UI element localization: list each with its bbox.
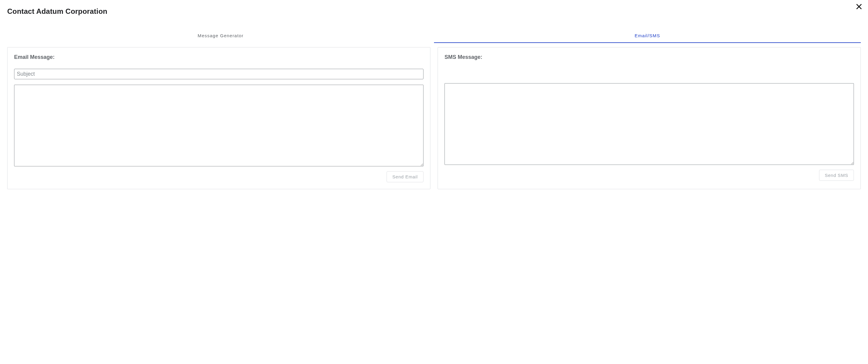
tab-message-generator[interactable]: Message Generator xyxy=(7,30,434,43)
sms-panel-label: SMS Message: xyxy=(444,54,854,60)
close-icon xyxy=(856,3,863,10)
tab-email-sms[interactable]: Email/SMS xyxy=(434,30,861,43)
tabs-row: Message Generator Email/SMS xyxy=(7,30,861,43)
send-sms-button[interactable]: Send SMS xyxy=(819,170,854,181)
email-subject-input[interactable] xyxy=(14,69,424,79)
send-email-button[interactable]: Send Email xyxy=(386,171,424,182)
sms-panel: SMS Message: Send SMS xyxy=(438,47,861,189)
email-body-textarea[interactable] xyxy=(14,85,424,166)
email-send-row: Send Email xyxy=(14,171,424,182)
close-button[interactable] xyxy=(854,2,864,11)
email-panel-label: Email Message: xyxy=(14,54,424,60)
panels-row: Email Message: Send Email SMS Message: S… xyxy=(0,43,868,196)
email-panel: Email Message: Send Email xyxy=(7,47,430,189)
page-title: Contact Adatum Corporation xyxy=(0,0,868,16)
sms-body-textarea[interactable] xyxy=(444,83,854,165)
sms-send-row: Send SMS xyxy=(444,170,854,181)
